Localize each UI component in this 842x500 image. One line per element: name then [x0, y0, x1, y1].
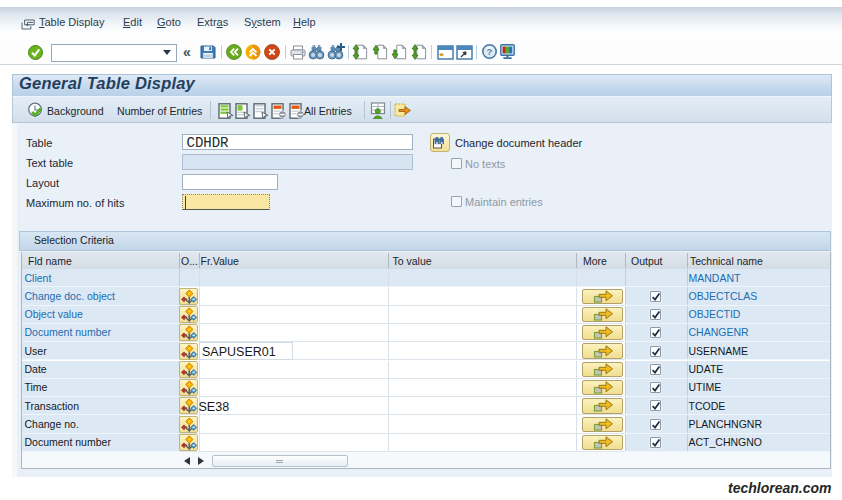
svg-text:?: ?	[486, 46, 492, 57]
